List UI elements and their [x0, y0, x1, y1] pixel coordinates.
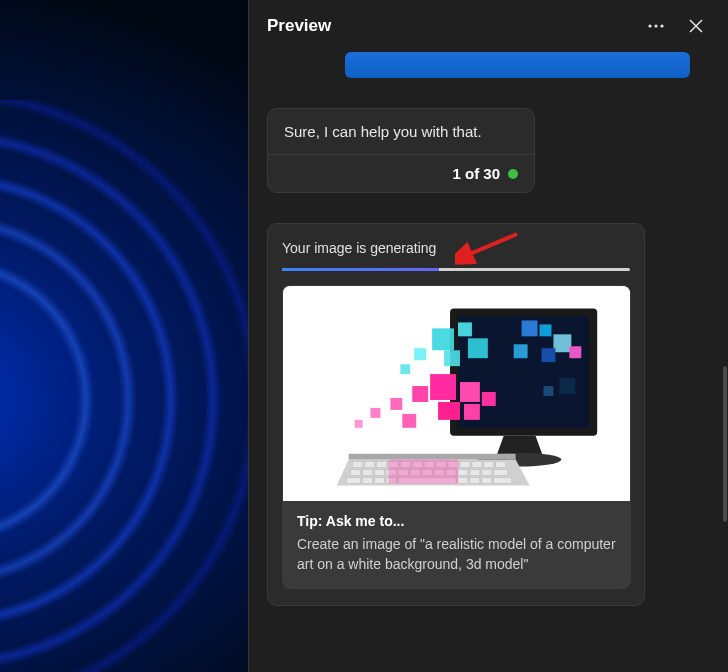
svg-point-1 — [654, 24, 657, 27]
svg-rect-33 — [353, 461, 363, 467]
status-indicator-dot — [508, 169, 518, 179]
svg-rect-12 — [542, 348, 556, 362]
svg-rect-60 — [363, 477, 373, 483]
svg-rect-61 — [374, 477, 384, 483]
svg-point-0 — [648, 24, 651, 27]
computer-art-image — [283, 286, 630, 502]
panel-title: Preview — [267, 16, 630, 36]
svg-rect-23 — [430, 374, 456, 400]
svg-rect-31 — [482, 392, 496, 406]
svg-rect-24 — [460, 382, 480, 402]
close-icon — [689, 19, 703, 33]
svg-rect-29 — [438, 401, 460, 419]
image-generation-card: Your image is generating — [267, 223, 645, 606]
svg-rect-66 — [482, 477, 492, 483]
more-options-button[interactable] — [642, 12, 670, 40]
scrollbar[interactable] — [723, 366, 727, 522]
svg-rect-30 — [464, 403, 480, 419]
svg-rect-64 — [458, 477, 468, 483]
generation-status-text: Your image is generating — [282, 240, 630, 256]
svg-rect-9 — [540, 324, 552, 336]
svg-rect-10 — [553, 334, 571, 352]
svg-rect-68 — [388, 459, 458, 483]
primary-action-button[interactable] — [345, 52, 690, 78]
svg-rect-59 — [347, 477, 361, 483]
svg-rect-26 — [390, 397, 402, 409]
generated-image-preview[interactable] — [282, 285, 631, 501]
generation-progress-bar — [282, 268, 630, 271]
ellipsis-icon — [648, 24, 664, 28]
svg-rect-42 — [460, 461, 470, 467]
svg-rect-27 — [370, 407, 380, 417]
svg-rect-14 — [559, 378, 575, 394]
svg-rect-13 — [514, 344, 528, 358]
svg-rect-19 — [468, 338, 488, 358]
svg-rect-55 — [458, 469, 468, 475]
svg-rect-32 — [402, 413, 416, 427]
preview-panel: Preview Sure, I can help you with that. … — [248, 0, 728, 672]
svg-rect-43 — [472, 461, 482, 467]
desktop-wallpaper — [0, 0, 248, 672]
svg-rect-35 — [376, 461, 386, 467]
svg-rect-45 — [496, 461, 506, 467]
svg-rect-58 — [494, 469, 508, 475]
svg-rect-46 — [351, 469, 361, 475]
panel-body: Sure, I can help you with that. 1 of 30 … — [249, 52, 728, 672]
assistant-message: Sure, I can help you with that. 1 of 30 — [267, 108, 535, 193]
svg-rect-48 — [374, 469, 384, 475]
message-counter: 1 of 30 — [452, 165, 500, 182]
svg-rect-8 — [522, 320, 538, 336]
assistant-message-footer: 1 of 30 — [268, 155, 534, 192]
generation-progress-fill — [282, 268, 439, 271]
svg-rect-18 — [458, 322, 472, 336]
svg-rect-57 — [482, 469, 492, 475]
svg-rect-28 — [355, 419, 363, 427]
svg-rect-25 — [412, 386, 428, 402]
svg-rect-56 — [470, 469, 480, 475]
svg-rect-20 — [444, 350, 460, 366]
svg-rect-17 — [432, 328, 454, 350]
tip-body: Create an image of "a realistic model of… — [297, 535, 616, 574]
assistant-message-text: Sure, I can help you with that. — [268, 109, 534, 155]
svg-rect-22 — [400, 364, 410, 374]
svg-rect-65 — [470, 477, 480, 483]
tip-box: Tip: Ask me to... Create an image of "a … — [282, 501, 631, 589]
svg-rect-11 — [569, 346, 581, 358]
close-button[interactable] — [682, 12, 710, 40]
svg-rect-34 — [365, 461, 375, 467]
tip-title: Tip: Ask me to... — [297, 513, 616, 529]
svg-rect-44 — [484, 461, 494, 467]
svg-rect-47 — [363, 469, 373, 475]
svg-rect-15 — [543, 386, 553, 396]
svg-rect-21 — [414, 348, 426, 360]
svg-rect-67 — [494, 477, 512, 483]
svg-point-2 — [660, 24, 663, 27]
panel-header: Preview — [249, 0, 728, 52]
